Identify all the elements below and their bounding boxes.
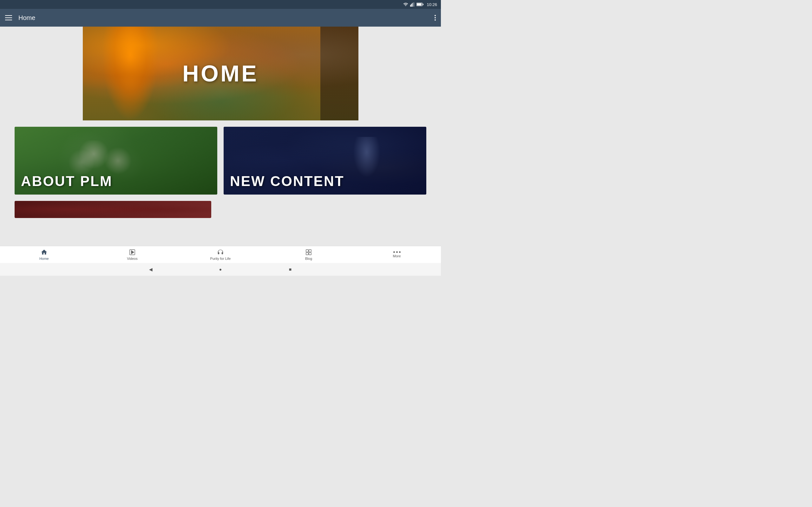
svg-rect-1 [411,4,412,7]
signal-icon [410,2,415,7]
hero-banner[interactable]: HOME [83,26,358,120]
about-plm-label: ABOUT PLM [21,174,113,188]
system-nav-bar: ◀ ● ■ [0,263,441,276]
nav-home[interactable]: Home [0,246,88,263]
cards-row-1: ABOUT PLM NEW CONTENT [14,127,426,194]
svg-rect-9 [306,250,308,252]
hamburger-menu-button[interactable] [5,15,12,20]
bottom-nav: Home Videos Purity for Life Blog M [0,246,441,263]
more-options-button[interactable] [435,15,436,20]
nav-purity-label: Purity for Life [210,257,231,261]
svg-rect-7 [423,4,423,5]
page-title: Home [18,14,35,21]
status-bar: 10:26 [0,0,441,9]
nav-blog-label: Blog [305,257,312,261]
wifi-icon [403,2,408,7]
nav-home-label: Home [39,257,49,261]
nav-more-label: More [393,254,401,258]
about-plm-card[interactable]: ABOUT PLM [14,127,217,194]
blog-icon [305,249,312,256]
play-icon [129,249,136,256]
battery-icon [416,2,423,7]
svg-rect-10 [309,250,311,252]
new-content-label: NEW CONTENT [230,174,345,188]
back-button[interactable]: ◀ [148,266,154,273]
app-bar: Home [0,9,441,26]
more-dots-icon [393,251,401,253]
nav-videos[interactable]: Videos [88,246,176,263]
svg-rect-4 [414,3,415,7]
hero-title: HOME [183,60,258,87]
purity-for-life-card[interactable] [14,201,211,218]
nav-videos-label: Videos [127,257,137,261]
svg-rect-0 [410,5,411,7]
time-display: 10:26 [426,2,437,7]
svg-rect-6 [417,3,422,5]
svg-rect-11 [306,252,308,255]
nav-more[interactable]: More [353,246,441,263]
nav-blog[interactable]: Blog [264,246,353,263]
cards-section: ABOUT PLM NEW CONTENT [0,120,441,224]
recents-button[interactable]: ■ [287,266,293,273]
svg-rect-3 [413,3,414,7]
svg-rect-12 [309,252,311,255]
home-button[interactable]: ● [217,266,223,273]
svg-rect-2 [412,3,413,7]
nav-purity[interactable]: Purity for Life [176,246,264,263]
new-content-card[interactable]: NEW CONTENT [223,127,426,194]
cards-row-2 [14,201,426,218]
headphones-icon [217,249,224,256]
home-icon [41,249,48,256]
main-content: HOME ABOUT PLM NEW [0,26,441,246]
